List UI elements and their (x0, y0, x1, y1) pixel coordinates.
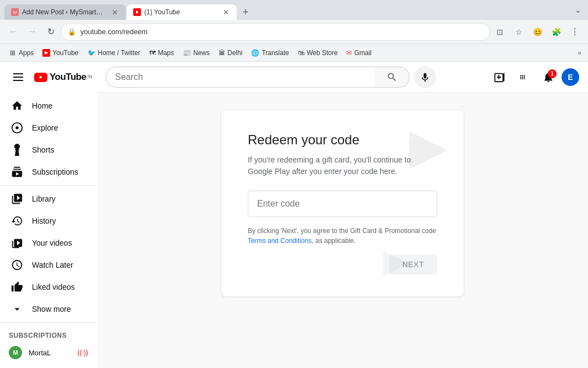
bookmark-button[interactable]: ☆ (510, 23, 527, 41)
right-panel: 1 E ▶ ▶ Redeem your code If you're redee… (97, 62, 588, 368)
search-input[interactable] (106, 67, 374, 88)
tab2-close[interactable]: ✕ (221, 8, 230, 17)
sidebar-item-liked-videos[interactable]: Liked videos (2, 276, 95, 298)
create-button[interactable] (489, 66, 511, 88)
sidebar-item-label: Explore (32, 123, 58, 132)
lock-icon: 🔒 (68, 28, 76, 36)
bookmark-maps[interactable]: 🗺 Maps (145, 48, 178, 58)
bookmark-gmail[interactable]: ✉ Gmail (342, 48, 375, 58)
address-bar[interactable]: 🔒 youtube.com/redeem (61, 23, 490, 41)
subscription-item-mortal[interactable]: M MortaL ((·)) (0, 342, 97, 364)
profile-button[interactable]: 😊 (529, 23, 546, 41)
terms-after: , as applicable. (312, 237, 356, 245)
browser-chrome: M Add New Post ‹ MySmartPrice ✕ (1) YouT… (0, 0, 588, 20)
new-tab-button[interactable]: + (238, 4, 253, 20)
sidebar-item-library[interactable]: Library (2, 188, 95, 210)
terms-link[interactable]: Terms and Conditions (248, 237, 312, 245)
library-section: Library History Your videos Watch Later (0, 186, 97, 323)
bookmark-translate[interactable]: 🌐 Translate (247, 48, 293, 58)
mic-button[interactable] (414, 66, 436, 88)
chevron-down-icon (11, 303, 23, 315)
yt-header: 1 E (97, 62, 588, 93)
yt-logo-text: YouTube (50, 72, 86, 83)
subscriptions-title: SUBSCRIPTIONS (0, 327, 97, 342)
your-videos-icon (11, 237, 23, 249)
sidebar-item-label: Liked videos (32, 283, 75, 291)
browser-tab-active[interactable]: (1) YouTube ✕ (127, 4, 237, 20)
sidebar-item-home[interactable]: Home (2, 95, 95, 117)
main-content: ▶ ▶ Redeem your code If you're redeeming… (97, 93, 588, 368)
home-icon (11, 100, 23, 112)
watch-later-icon (11, 259, 23, 271)
hamburger-button[interactable] (9, 69, 28, 85)
cast-button[interactable]: ⊡ (491, 23, 509, 41)
redeem-subtitle: If you're redeeming a gift card, you'll … (248, 154, 437, 177)
bookmark-more[interactable]: » (575, 48, 584, 58)
yt-logo-icon (34, 73, 47, 82)
tab1-close[interactable]: ✕ (110, 8, 119, 17)
liked-icon (11, 281, 23, 293)
subscription-item-lessons30s[interactable]: L Lessons in 30s (0, 364, 97, 368)
tab-overflow[interactable]: ⌄ (573, 3, 584, 17)
svg-marker-2 (40, 75, 42, 79)
redeem-title: Redeem your code (248, 132, 437, 148)
sub-avatar: M (9, 346, 22, 359)
bookmark-apps[interactable]: ⊞ Apps (4, 48, 38, 58)
terms-before: By clicking 'Next', you agree to the Gif… (248, 227, 436, 235)
sidebar-item-label: Shorts (32, 145, 54, 154)
mic-icon (420, 72, 431, 83)
create-icon (494, 71, 506, 83)
sidebar-item-label: Library (32, 194, 56, 203)
yt-logo[interactable]: YouTube IN (34, 72, 92, 83)
sidebar-item-shorts[interactable]: Shorts (2, 139, 95, 161)
sidebar-item-label: Subscriptions (32, 167, 78, 176)
bookmarks-bar: ⊞ Apps YouTube 🐦 Home / Twitter 🗺 Maps 📰… (0, 44, 588, 62)
search-icon (386, 72, 398, 83)
user-avatar[interactable]: E (562, 68, 579, 86)
header-right-actions: 1 E (489, 66, 579, 88)
nav-section: Home Explore Shorts Subscriptions (0, 93, 97, 186)
sidebar: YouTube IN Home Explore (0, 62, 97, 368)
show-more-button[interactable]: Show more (2, 298, 95, 320)
svg-marker-1 (45, 51, 48, 55)
history-icon (11, 215, 23, 227)
sidebar-item-watch-later[interactable]: Watch Later (2, 254, 95, 276)
code-input[interactable] (248, 191, 437, 217)
sidebar-item-history[interactable]: History (2, 210, 95, 232)
notification-badge: 1 (548, 69, 557, 78)
bookmark-news[interactable]: 📰 News (178, 48, 214, 58)
menu-button[interactable]: ⋮ (566, 23, 584, 41)
sidebar-item-explore[interactable]: Explore (2, 117, 95, 139)
search-button[interactable] (374, 67, 410, 88)
sidebar-item-your-videos[interactable]: Your videos (2, 232, 95, 254)
notification-button[interactable]: 1 (537, 66, 559, 88)
terms-text: By clicking 'Next', you agree to the Gif… (248, 226, 437, 246)
tab2-favicon (133, 8, 141, 16)
subscriptions-section: SUBSCRIPTIONS M MortaL ((·)) L Lessons i… (0, 323, 97, 368)
extension-button[interactable]: 🧩 (547, 23, 565, 41)
bookmark-delhi[interactable]: 🏛 Delhi (214, 48, 247, 58)
browser-nav-bar: ← → ↻ 🔒 youtube.com/redeem ⊡ ☆ 😊 🧩 ⋮ (0, 20, 588, 44)
tab1-favicon: M (11, 8, 19, 16)
show-more-label: Show more (32, 305, 71, 313)
apps-button[interactable] (513, 66, 535, 88)
next-btn-row: NEXT (248, 255, 437, 274)
sidebar-item-subscriptions[interactable]: Subscriptions (2, 161, 95, 183)
reload-button[interactable]: ↻ (42, 23, 59, 41)
svg-point-4 (15, 126, 19, 129)
svg-marker-0 (136, 10, 139, 14)
next-button[interactable]: NEXT (389, 255, 437, 274)
subscriptions-icon (11, 166, 23, 178)
explore-icon (11, 122, 23, 134)
bookmark-twitter[interactable]: 🐦 Home / Twitter (83, 48, 145, 58)
forward-button[interactable]: → (23, 23, 41, 41)
browser-tab-inactive[interactable]: M Add New Post ‹ MySmartPrice ✕ (4, 4, 126, 20)
redeem-card: ▶ ▶ Redeem your code If you're redeeming… (221, 110, 464, 296)
tab1-title: Add New Post ‹ MySmartPrice (22, 8, 107, 16)
yt-country-code: IN (88, 74, 92, 79)
sidebar-item-label: Home (32, 101, 52, 110)
apps-icon (518, 71, 530, 83)
bookmark-youtube[interactable]: YouTube (38, 48, 83, 58)
bookmark-webstore[interactable]: 🛍 Web Store (293, 48, 342, 58)
back-button[interactable]: ← (4, 23, 22, 41)
